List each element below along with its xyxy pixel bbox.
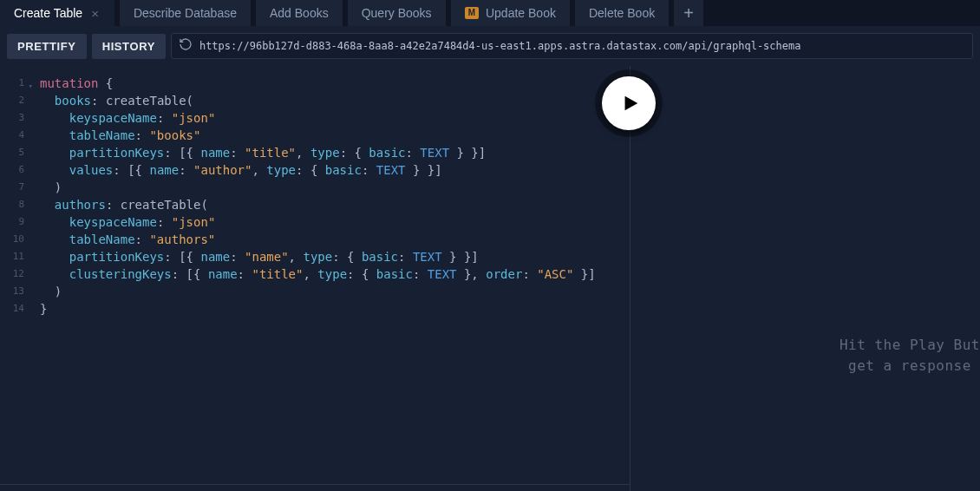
tab-update-book[interactable]: MUpdate Book xyxy=(451,0,570,26)
toolbar: PRETTIFY HISTORY https://96bb127d-d883-4… xyxy=(0,26,980,66)
tab-bar: Create Table×Describe DatabaseAdd BooksQ… xyxy=(0,0,980,26)
play-icon xyxy=(621,94,640,113)
tab-label: Update Book xyxy=(486,6,556,20)
reload-icon[interactable] xyxy=(179,37,193,55)
tab-label: Query Books xyxy=(362,6,432,20)
line-gutter: 1▾234567891011121314 xyxy=(0,75,29,491)
url-bar[interactable]: https://96bb127d-d883-468a-8aa8-a42e2a74… xyxy=(171,33,973,59)
tab-query-books[interactable]: Query Books xyxy=(348,0,446,26)
history-button[interactable]: HISTORY xyxy=(92,34,166,59)
fold-arrow-icon[interactable]: ▾ xyxy=(29,77,33,95)
tab-create-table[interactable]: Create Table× xyxy=(0,0,114,26)
close-icon[interactable]: × xyxy=(89,7,101,20)
code-area[interactable]: mutation { books: createTable( keyspaceN… xyxy=(29,75,630,491)
tab-label: Create Table xyxy=(14,6,82,20)
tab-label: Add Books xyxy=(270,6,329,20)
results-hint: Hit the Play But get a response xyxy=(840,335,980,376)
results-pane: Hit the Play But get a response xyxy=(630,66,980,491)
prettify-button[interactable]: PRETTIFY xyxy=(7,34,87,59)
tab-label: Delete Book xyxy=(589,6,655,20)
add-tab-button[interactable]: + xyxy=(674,0,703,26)
variables-pane-handle[interactable] xyxy=(0,484,630,491)
tab-delete-book[interactable]: Delete Book xyxy=(575,0,669,26)
tab-label: Describe Database xyxy=(134,6,237,20)
url-text: https://96bb127d-d883-468a-8aa8-a42e2a74… xyxy=(199,40,801,52)
query-editor[interactable]: 1▾234567891011121314 mutation { books: c… xyxy=(0,66,630,491)
modified-badge: M xyxy=(465,7,479,19)
tab-describe-database[interactable]: Describe Database xyxy=(120,0,251,26)
main: 1▾234567891011121314 mutation { books: c… xyxy=(0,66,980,491)
tab-add-books[interactable]: Add Books xyxy=(256,0,343,26)
execute-button[interactable] xyxy=(602,76,656,130)
